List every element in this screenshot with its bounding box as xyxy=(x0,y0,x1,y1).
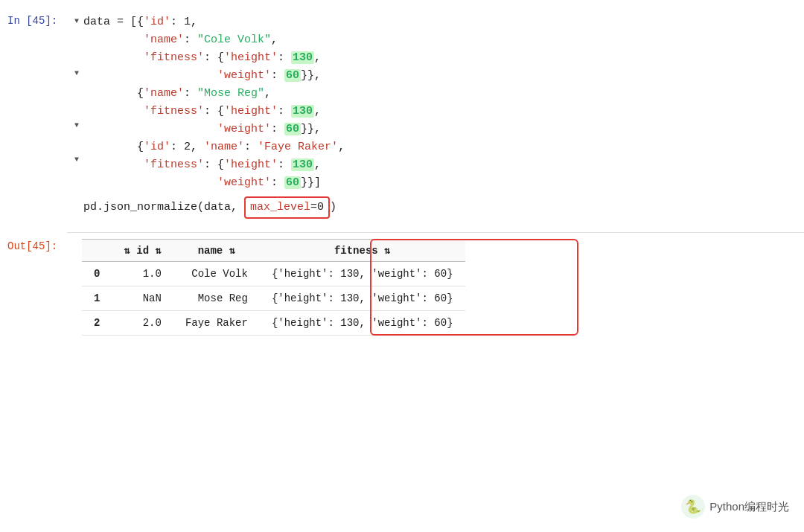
arrow-4[interactable]: ▼ xyxy=(74,152,79,168)
cell-fitness-1: {'height': 130, 'weight': 60} xyxy=(260,286,465,311)
cell-name-2: Faye Raker xyxy=(173,311,260,336)
code-line-10: 'weight': 60}}] xyxy=(83,174,804,192)
cell-name-1: Mose Reg xyxy=(173,286,260,311)
code-line-7: 'weight': 60}}, xyxy=(83,121,804,138)
cell-id-1: NaN xyxy=(112,286,173,311)
watermark-text: Python编程时光 xyxy=(709,500,789,514)
cell-id-2: 2.0 xyxy=(112,311,173,336)
table-row: 1 NaN Mose Reg {'height': 130, 'weight':… xyxy=(82,286,465,311)
cell-fitness-0: {'height': 130, 'weight': 60} xyxy=(260,262,465,286)
dataframe-table: ⇅ id ⇅ name ⇅ fitness ⇅ 0 1.0 Cole Volk … xyxy=(82,239,465,336)
code-line-6: 'fitness': {'height': 130, xyxy=(83,103,804,121)
table-row: 0 1.0 Cole Volk {'height': 130, 'weight'… xyxy=(82,262,465,286)
watermark-icon: 🐍 xyxy=(681,495,705,519)
cell-id-0: 1.0 xyxy=(112,262,173,286)
table-header-row: ⇅ id ⇅ name ⇅ fitness ⇅ xyxy=(82,240,465,262)
code-block: data = [{'id': 1, 'name': "Cole Volk", '… xyxy=(83,13,804,219)
input-area: In [45]: ▼ ▼ ▼ ▼ data = [{'id': 1, 'name… xyxy=(0,7,804,225)
code-line-4: 'weight': 60}}, xyxy=(83,67,804,85)
code-line-3: 'fitness': {'height': 130, xyxy=(83,49,804,67)
collapse-arrows[interactable]: ▼ ▼ ▼ ▼ xyxy=(74,13,79,168)
watermark: 🐍 Python编程时光 xyxy=(681,495,789,519)
table-row: 2 2.0 Faye Raker {'height': 130, 'weight… xyxy=(82,311,465,336)
col-header-index xyxy=(82,240,112,262)
cell-name-0: Cole Volk xyxy=(173,262,260,286)
code-line-2: 'name': "Cole Volk", xyxy=(83,31,804,49)
cell-fitness-2: {'height': 130, 'weight': 60} xyxy=(260,311,465,336)
cell-out-label: Out[45]: xyxy=(7,239,74,252)
highlight-max-level: max_level=0 xyxy=(244,196,330,219)
col-header-id[interactable]: ⇅ id ⇅ xyxy=(112,240,173,262)
col-header-fitness[interactable]: fitness ⇅ xyxy=(260,240,465,262)
col-header-name[interactable]: name ⇅ xyxy=(173,240,260,262)
table-wrapper: ⇅ id ⇅ name ⇅ fitness ⇅ 0 1.0 Cole Volk … xyxy=(82,239,465,336)
output-area: Out[45]: ⇅ id ⇅ name ⇅ fitness ⇅ xyxy=(0,233,804,342)
code-line-11: pd.json_normalize(data, max_level=0) xyxy=(83,196,804,219)
notebook-input-cell: In [45]: ▼ ▼ ▼ ▼ data = [{'id': 1, 'name… xyxy=(0,0,804,232)
arrow-3[interactable]: ▼ xyxy=(74,118,79,134)
arrow-2[interactable]: ▼ xyxy=(74,65,79,82)
cell-idx-1: 1 xyxy=(82,286,112,311)
cell-in-label: In [45]: xyxy=(7,13,74,27)
arrow-1[interactable]: ▼ xyxy=(74,13,79,30)
cell-idx-2: 2 xyxy=(82,311,112,336)
code-line-5: {'name': "Mose Reg", xyxy=(83,85,804,103)
code-line-9: 'fitness': {'height': 130, xyxy=(83,156,804,174)
code-line-1: data = [{'id': 1, xyxy=(83,13,804,31)
cell-idx-0: 0 xyxy=(82,262,112,286)
code-line-8: {'id': 2, 'name': 'Faye Raker', xyxy=(83,138,804,156)
